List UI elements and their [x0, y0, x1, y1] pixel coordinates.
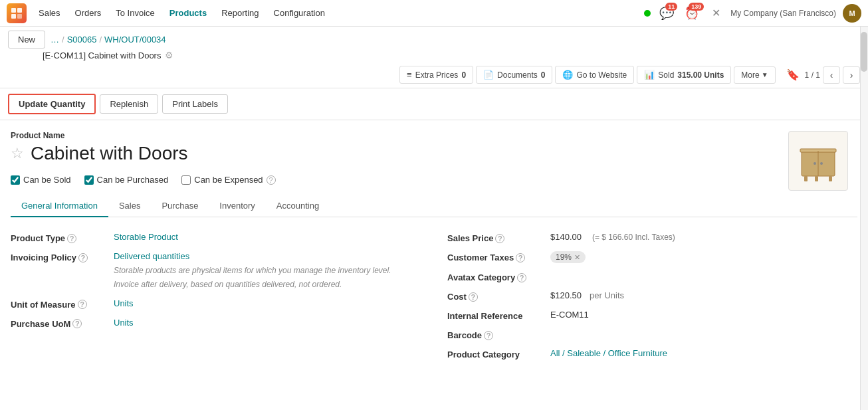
product-type-label: Product Type ? [11, 232, 114, 243]
svg-rect-2 [11, 14, 16, 19]
form-content: Product Name ☆ Cabinet with Doors [0, 120, 868, 410]
internal-reference-row: Internal Reference E-COM11 [447, 306, 857, 325]
invoicing-policy-hint2: Invoice after delivery, based on quantit… [114, 279, 421, 290]
activity-badge: 139 [689, 3, 704, 11]
new-button[interactable]: New [8, 31, 45, 49]
can-be-purchased-checkbox[interactable]: Can be Purchased [84, 175, 169, 185]
next-page-button[interactable]: › [843, 66, 860, 84]
replenish-button[interactable]: Replenish [100, 94, 158, 114]
nav-reporting[interactable]: Reporting [215, 4, 265, 22]
purchase-uom-value[interactable]: Units [114, 318, 421, 328]
uom-value[interactable]: Units [114, 298, 421, 308]
avatax-category-label: Avatax Category ? [447, 271, 550, 282]
bookmark-icon[interactable]: 🔖 [786, 68, 800, 81]
product-title-row: ☆ Cabinet with Doors [11, 143, 857, 164]
barcode-row: Barcode ? [447, 325, 857, 344]
cost-row: Cost ? $120.50 per Units [447, 286, 857, 306]
company-selector[interactable]: My Company (San Francisco) [730, 9, 836, 18]
product-type-help-icon[interactable]: ? [67, 234, 76, 243]
scrollbar-thumb[interactable] [861, 32, 867, 72]
favorite-star-icon[interactable]: ☆ [11, 145, 24, 162]
nav-products[interactable]: Products [163, 4, 213, 22]
product-category-label: Product Category [447, 348, 550, 359]
nav-orders[interactable]: Orders [68, 4, 108, 22]
messages-badge: 11 [665, 3, 677, 11]
tab-accounting[interactable]: Accounting [266, 195, 330, 217]
sold-label: Sold [658, 70, 674, 80]
invoicing-policy-value-block: Delivered quantities Storable products a… [114, 251, 421, 290]
customer-taxes-help-icon[interactable]: ? [516, 253, 525, 262]
cost-help-icon[interactable]: ? [469, 292, 478, 302]
product-category-value[interactable]: All / Saleable / Office Furniture [550, 348, 857, 358]
company-name: My Company (San Francisco) [730, 9, 836, 18]
product-type-value[interactable]: Storable Product [114, 232, 421, 242]
sales-price-row: Sales Price ? $140.00 (= $ 166.60 Incl. … [447, 228, 857, 247]
go-to-website-button[interactable]: 🌐 Go to Website [555, 66, 634, 84]
purchase-uom-help-icon[interactable]: ? [72, 319, 82, 328]
prev-page-button[interactable]: ‹ [823, 66, 840, 84]
tab-sales[interactable]: Sales [108, 195, 152, 217]
extra-prices-count: 0 [461, 70, 466, 80]
product-category-row: Product Category All / Saleable / Office… [447, 344, 857, 363]
settings-gear-icon[interactable]: ⚙ [165, 50, 173, 60]
product-image[interactable] [788, 131, 848, 191]
extra-prices-button[interactable]: ≡ Extra Prices 0 [399, 66, 473, 84]
uom-help-icon[interactable]: ? [78, 300, 87, 309]
cost-label: Cost ? [447, 290, 550, 302]
can-be-expensed-checkbox[interactable]: Can be Expensed ? [181, 175, 275, 185]
can-be-expensed-help-icon[interactable]: ? [267, 175, 276, 185]
nav-sales[interactable]: Sales [32, 4, 67, 22]
scrollbar-track [860, 27, 868, 410]
nav-configuration[interactable]: Configuration [267, 4, 332, 22]
activity-button[interactable]: ⏰ 139 [683, 4, 701, 23]
globe-icon: 🌐 [562, 70, 573, 80]
breadcrumb-whout[interactable]: WH/OUT/00034 [104, 35, 165, 45]
tab-general-information[interactable]: General Information [11, 195, 108, 217]
more-button[interactable]: More ▼ [734, 66, 775, 84]
sold-button[interactable]: 📊 Sold 315.00 Units [637, 66, 731, 84]
product-title[interactable]: Cabinet with Doors [31, 143, 188, 164]
invoicing-policy-help-icon[interactable]: ? [78, 253, 88, 262]
chart-icon: 📊 [644, 70, 655, 80]
customer-taxes-row: Customer Taxes ? 19% ✕ [447, 247, 857, 267]
pagination-text: 1 / 1 [805, 70, 820, 80]
breadcrumb-current: [E-COM11] Cabinet with Doors [43, 51, 161, 60]
breadcrumb-ellipsis[interactable]: … [51, 35, 59, 45]
barcode-label: Barcode ? [447, 329, 550, 340]
app-logo[interactable] [7, 3, 27, 23]
checkboxes-row: Can be Sold Can be Purchased Can be Expe… [11, 175, 857, 185]
can-be-purchased-label: Can be Purchased [97, 175, 169, 185]
sales-price-help-icon[interactable]: ? [495, 234, 504, 243]
sales-price-value[interactable]: $140.00 [550, 232, 582, 242]
svg-point-8 [820, 162, 823, 165]
print-labels-button[interactable]: Print Labels [162, 94, 228, 114]
avatax-category-row: Avatax Category ? [447, 267, 857, 286]
tab-inventory[interactable]: Inventory [209, 195, 265, 217]
avatax-category-help-icon[interactable]: ? [517, 273, 526, 282]
tab-purchase[interactable]: Purchase [151, 195, 209, 217]
invoicing-policy-row: Invoicing Policy ? Delivered quantities … [11, 247, 421, 294]
svg-rect-0 [11, 8, 16, 13]
avatar[interactable]: M [843, 4, 861, 23]
messages-button[interactable]: 💬 11 [657, 4, 676, 23]
documents-button[interactable]: 📄 Documents 0 [476, 66, 552, 84]
can-be-sold-label: Can be Sold [23, 175, 71, 185]
can-be-sold-checkbox[interactable]: Can be Sold [11, 175, 71, 185]
tax-tag-label: 19% [556, 253, 572, 262]
cost-value[interactable]: $120.50 [550, 290, 582, 300]
invoicing-policy-value[interactable]: Delivered quantities [114, 251, 421, 261]
breadcrumb-separator2: / [99, 35, 102, 45]
internal-reference-value[interactable]: E-COM11 [550, 310, 857, 320]
customer-taxes-value: 19% ✕ [550, 251, 857, 263]
update-quantity-button[interactable]: Update Quantity [8, 94, 96, 114]
close-button[interactable]: ✕ [708, 5, 724, 21]
breadcrumb-s00065[interactable]: S00065 [67, 35, 97, 45]
left-column: Product Type ? Storable Product Invoicin… [11, 228, 421, 363]
svg-rect-9 [804, 176, 808, 181]
tax-tag[interactable]: 19% ✕ [550, 251, 586, 263]
pagination-controls: 🔖 1 / 1 ‹ › [786, 66, 860, 84]
right-column: Sales Price ? $140.00 (= $ 166.60 Incl. … [447, 228, 857, 363]
nav-to-invoice[interactable]: To Invoice [109, 4, 162, 22]
tax-tag-remove-icon[interactable]: ✕ [574, 253, 580, 262]
barcode-help-icon[interactable]: ? [484, 331, 493, 340]
